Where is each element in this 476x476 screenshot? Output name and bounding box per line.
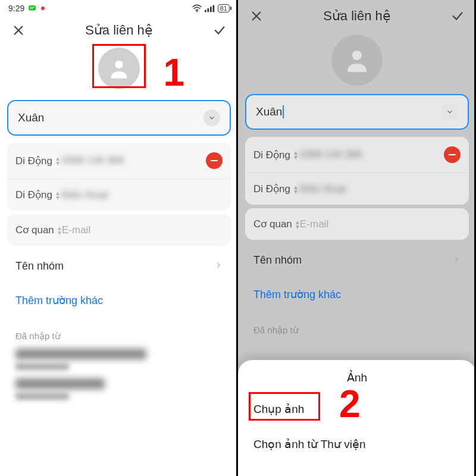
svg-rect-0: [29, 5, 36, 10]
status-bar: 9:29 81: [0, 0, 238, 14]
group-name-row[interactable]: Tên nhóm: [6, 249, 232, 283]
name-value: Xuân: [256, 105, 284, 119]
close-icon[interactable]: [11, 23, 26, 38]
sort-icon: ▴▾: [294, 184, 298, 194]
choose-gallery-option[interactable]: Chọn ảnh từ Thư viện: [238, 427, 476, 462]
phone-row-2[interactable]: Di Động ▴▾ Điện thoại: [7, 178, 231, 211]
imported-from-label: Đã nhập từ: [244, 319, 470, 339]
avatar-section: [0, 44, 238, 92]
battery-icon: 81: [218, 4, 230, 12]
imported-item-sub-blurred: [15, 363, 69, 370]
add-field-link[interactable]: Thêm trường khác: [6, 283, 232, 318]
email-group: Cơ quan ▴▾ E-mail: [7, 214, 231, 246]
email-group: Cơ quan ▴▾ E-mail: [245, 208, 469, 240]
annotation-number-1: 1: [163, 51, 184, 95]
annotation-box-1: [92, 44, 146, 88]
confirm-icon[interactable]: [450, 8, 465, 24]
sort-icon: ▴▾: [296, 220, 299, 229]
email-row[interactable]: Cơ quan ▴▾ E-mail: [245, 208, 469, 240]
email-placeholder: E-mail: [300, 218, 461, 230]
svg-rect-1: [30, 7, 35, 8]
svg-point-10: [352, 51, 362, 60]
phone-type-label[interactable]: Di Động ▴▾: [253, 149, 300, 161]
imported-item-sub-blurred: [15, 393, 69, 400]
delete-phone-icon[interactable]: [206, 152, 223, 169]
svg-point-3: [41, 7, 45, 10]
text-cursor: [283, 105, 284, 118]
sort-icon: ▴▾: [294, 150, 298, 159]
annotation-box-2: [249, 392, 320, 421]
screenshot-step-1: 9:29 81 Sửa liên hệ: [0, 0, 238, 476]
name-value: Xuân: [18, 111, 44, 124]
delete-phone-icon[interactable]: [444, 146, 461, 163]
name-input[interactable]: Xuân: [245, 94, 469, 130]
phone-row-1[interactable]: Di Động ▴▾ 0399 134 368: [7, 143, 231, 178]
sort-icon: ▴▾: [56, 156, 60, 165]
phone-type-label[interactable]: Di Động ▴▾: [253, 183, 300, 195]
email-type-label[interactable]: Cơ quan ▴▾: [253, 218, 300, 230]
notification-dot-icon: [40, 5, 46, 11]
phone-value-blurred: 0399 134 368: [62, 155, 206, 167]
phone-group: Di Động ▴▾ 0399 134 368 Di Động ▴▾ Điện …: [7, 143, 231, 211]
line-app-icon: [28, 4, 36, 12]
email-type-label[interactable]: Cơ quan ▴▾: [15, 224, 62, 236]
annotation-number-2: 2: [339, 382, 361, 426]
phone-placeholder-blurred: Điện thoại: [62, 189, 223, 201]
page-title: Sửa liên hệ: [323, 8, 391, 24]
screenshot-step-2: Sửa liên hệ Xuân Di Động ▴▾ 0399 134 368: [238, 0, 476, 476]
header: Sửa liên hệ: [238, 0, 476, 30]
page-title: Sửa liên hệ: [85, 23, 153, 38]
chevron-right-icon: [452, 254, 461, 267]
svg-rect-6: [207, 8, 209, 12]
add-field-link[interactable]: Thêm trường khác: [244, 277, 470, 312]
group-name-row[interactable]: Tên nhóm: [244, 243, 470, 277]
imported-item-title-blurred: [15, 349, 146, 359]
email-row[interactable]: Cơ quan ▴▾ E-mail: [7, 214, 231, 246]
svg-rect-2: [30, 8, 33, 9]
expand-name-icon[interactable]: [203, 109, 220, 126]
phone-group: Di Động ▴▾ 0399 134 368 Di Động ▴▾ Điện …: [245, 137, 469, 205]
svg-point-4: [196, 11, 198, 12]
confirm-icon[interactable]: [212, 23, 227, 38]
phone-type-label[interactable]: Di Động ▴▾: [15, 155, 62, 167]
phone-row-1[interactable]: Di Động ▴▾ 0399 134 368: [245, 137, 469, 173]
expand-name-icon[interactable]: [441, 104, 458, 120]
phone-type-label[interactable]: Di Động ▴▾: [15, 189, 62, 201]
imported-item-title-blurred: [15, 378, 105, 389]
contact-avatar[interactable]: [331, 35, 383, 86]
status-time: 9:29: [8, 4, 24, 13]
sort-icon: ▴▾: [56, 190, 60, 200]
header: Sửa liên hệ: [0, 14, 238, 44]
svg-rect-5: [205, 10, 206, 12]
close-icon[interactable]: [249, 8, 264, 24]
svg-rect-8: [212, 5, 214, 12]
contact-form: Xuân Di Động ▴▾ 0399 134 368 Di Động ▴▾ …: [238, 94, 476, 339]
svg-rect-7: [210, 7, 212, 12]
contact-form: Xuân Di Động ▴▾ 0399 134 368 Di Động ▴▾ …: [0, 100, 238, 400]
imported-from-label: Đã nhập từ: [6, 325, 232, 345]
signal-icon: [205, 4, 215, 12]
email-placeholder: E-mail: [62, 224, 223, 236]
name-input[interactable]: Xuân: [7, 100, 231, 136]
wifi-icon: [192, 4, 202, 12]
phone-placeholder-blurred: Điện thoại: [300, 183, 461, 195]
sort-icon: ▴▾: [58, 226, 61, 235]
phone-row-2[interactable]: Di Động ▴▾ Điện thoại: [245, 173, 469, 205]
phone-value-blurred: 0399 134 368: [300, 149, 444, 161]
chevron-right-icon: [214, 260, 223, 273]
